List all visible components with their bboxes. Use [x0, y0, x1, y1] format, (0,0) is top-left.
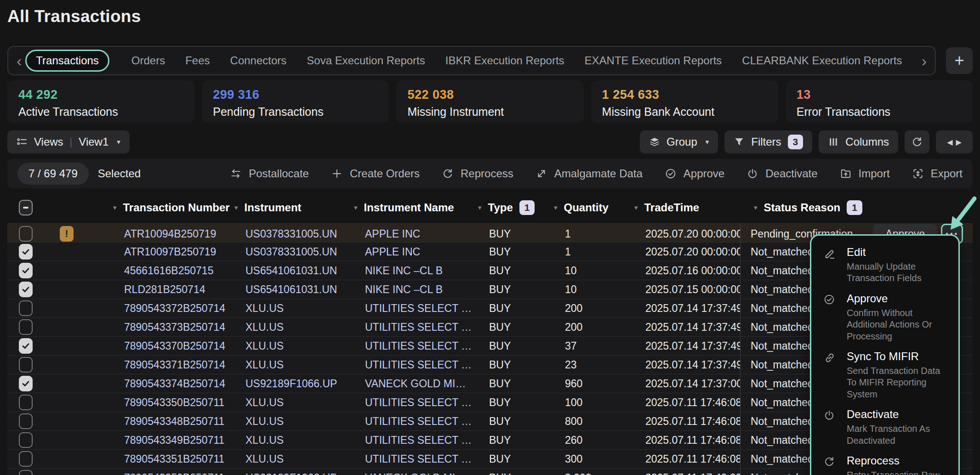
- cell-transaction-number[interactable]: RLD281B250714: [113, 283, 234, 296]
- cell-instrument[interactable]: XLU.US: [234, 396, 354, 409]
- stat-card-pending-transactions[interactable]: 299 316 Pending Transactions: [202, 80, 389, 123]
- cell-transaction-number[interactable]: 7890543348B250711: [113, 415, 234, 428]
- column-header-transaction-number[interactable]: ▾ Transaction Number: [113, 201, 234, 214]
- warning-icon[interactable]: !: [60, 226, 74, 242]
- stat-card-active-transactions[interactable]: 44 292 Active Transactions: [7, 80, 194, 123]
- row-checkbox[interactable]: [19, 395, 33, 410]
- cell-transaction-number[interactable]: 7890543374B250714: [113, 378, 234, 390]
- cell-instrument-name[interactable]: UTILITIES SELECT …: [354, 415, 478, 428]
- cell-instrument-name[interactable]: NIKE INC –CL B: [354, 265, 478, 277]
- cell-transaction-number[interactable]: 7890543373B250714: [113, 321, 234, 334]
- stat-card-error-transactions[interactable]: 13 Error Transactions: [786, 80, 973, 123]
- cell-instrument[interactable]: US0378331005.UN: [234, 228, 354, 240]
- cell-transaction-number[interactable]: 7890543372B250714: [113, 302, 234, 315]
- stat-card-missing-bank-account[interactable]: 1 254 633 Missing Bank Account: [591, 80, 778, 123]
- tab-exante-execution-reports[interactable]: EXANTE Execution Reports: [585, 54, 722, 67]
- column-menu-icon[interactable]: ▾: [354, 204, 358, 212]
- tab-ibkr-execution-reports[interactable]: IBKR Execution Reports: [445, 54, 564, 67]
- cell-instrument-name[interactable]: VANECK GOLD MI…: [354, 378, 478, 390]
- refresh-button[interactable]: [905, 130, 929, 153]
- row-checkbox[interactable]: [19, 357, 33, 373]
- cell-transaction-number[interactable]: ATR10094B250719: [113, 228, 234, 240]
- tabs-scroll-left-icon[interactable]: ‹: [13, 53, 25, 68]
- tab-clearbank-execution-reports[interactable]: CLEARBANK Execution Reports: [742, 54, 902, 67]
- columns-button[interactable]: Columns: [819, 130, 898, 153]
- import-action[interactable]: Import: [840, 167, 890, 180]
- cell-instrument[interactable]: US92189F1066.UP: [234, 472, 354, 475]
- column-menu-icon[interactable]: ▾: [754, 204, 758, 212]
- cell-instrument[interactable]: XLU.US: [234, 453, 354, 465]
- tab-transactions[interactable]: Transactions: [25, 50, 109, 72]
- group-button[interactable]: Group ▾: [640, 130, 718, 153]
- select-all-checkbox[interactable]: [19, 200, 33, 215]
- cell-instrument-name[interactable]: UTILITIES SELECT …: [354, 340, 478, 352]
- row-checkbox[interactable]: [19, 319, 33, 335]
- tabs-scroll-right-icon[interactable]: ›: [918, 53, 930, 68]
- menu-item-reprocess[interactable]: Reprocess Retry Transaction Raw Data Ext…: [823, 454, 946, 475]
- cell-instrument[interactable]: XLU.US: [234, 340, 354, 352]
- cell-instrument[interactable]: US6541061031.UN: [234, 265, 354, 277]
- create-orders-action[interactable]: Create Orders: [331, 167, 420, 180]
- cell-instrument-name[interactable]: UTILITIES SELECT …: [354, 321, 478, 334]
- cell-transaction-number[interactable]: 7890543370B250714: [113, 340, 234, 352]
- cell-instrument[interactable]: XLU.US: [234, 434, 354, 447]
- tab-orders[interactable]: Orders: [131, 54, 165, 67]
- deactivate-action[interactable]: Deactivate: [746, 167, 817, 180]
- row-checkbox[interactable]: [19, 338, 33, 354]
- cell-instrument[interactable]: XLU.US: [234, 359, 354, 371]
- cell-transaction-number[interactable]: 7890543351B250711: [113, 453, 234, 465]
- cell-transaction-number[interactable]: 7890543349B250711: [113, 434, 234, 447]
- row-checkbox[interactable]: [19, 451, 33, 467]
- row-checkbox[interactable]: [19, 432, 33, 448]
- row-checkbox[interactable]: [19, 300, 33, 316]
- tab-connectors[interactable]: Connectors: [230, 54, 287, 67]
- menu-item-sync-to-mifir[interactable]: Sync To MIFIR Send Transaction Data To M…: [823, 350, 946, 400]
- cell-instrument-name[interactable]: APPLE INC: [354, 246, 478, 258]
- stat-card-missing-instrument[interactable]: 522 038 Missing Instrument: [396, 80, 583, 123]
- cell-instrument-name[interactable]: UTILITIES SELECT …: [354, 434, 478, 447]
- row-checkbox[interactable]: [19, 244, 33, 260]
- cell-instrument[interactable]: XLU.US: [234, 302, 354, 315]
- amalgamate-data-action[interactable]: Amalgamate Data: [536, 167, 643, 180]
- reprocess-action[interactable]: Reprocess: [442, 167, 513, 180]
- menu-item-edit[interactable]: Edit Manually Update Transaction Fields: [823, 246, 946, 284]
- cell-instrument-name[interactable]: UTILITIES SELECT …: [354, 302, 478, 315]
- filters-button[interactable]: Filters 3: [724, 130, 812, 153]
- row-checkbox[interactable]: [19, 470, 33, 475]
- postallocate-action[interactable]: Postallocate: [230, 167, 309, 180]
- cell-instrument[interactable]: US6541061031.UN: [234, 283, 354, 296]
- column-menu-icon[interactable]: ▾: [113, 204, 117, 212]
- column-menu-icon[interactable]: ▾: [554, 204, 558, 212]
- cell-instrument-name[interactable]: UTILITIES SELECT …: [354, 453, 478, 465]
- column-header-type[interactable]: ▾ Type 1: [478, 200, 554, 215]
- cell-instrument[interactable]: XLU.US: [234, 415, 354, 428]
- column-header-tradetime[interactable]: ▾ TradeTime: [634, 201, 740, 214]
- cell-transaction-number[interactable]: 7890543371B250714: [113, 359, 234, 371]
- cell-instrument[interactable]: XLU.US: [234, 321, 354, 334]
- cell-instrument-name[interactable]: APPLE INC: [354, 228, 478, 240]
- tab-fees[interactable]: Fees: [185, 54, 210, 67]
- column-header-quantity[interactable]: ▾ Quantity: [554, 201, 634, 214]
- cell-transaction-number[interactable]: 45661616B250715: [113, 265, 234, 277]
- row-checkbox[interactable]: [19, 263, 33, 278]
- cell-transaction-number[interactable]: ATR10097B250719: [113, 246, 234, 258]
- column-header-status-reason[interactable]: ▾ Status Reason 1: [740, 200, 973, 215]
- column-menu-icon[interactable]: ▾: [234, 204, 238, 212]
- menu-item-approve[interactable]: Approve Confirm Without Additional Actio…: [823, 292, 946, 342]
- column-menu-icon[interactable]: ▾: [634, 204, 638, 212]
- approve-action[interactable]: Approve: [665, 167, 724, 180]
- column-header-instrument[interactable]: ▾ Instrument: [234, 201, 354, 214]
- cell-instrument-name[interactable]: NIKE INC –CL B: [354, 283, 478, 296]
- column-header-instrument-name[interactable]: ▾ Instrument Name: [354, 201, 478, 214]
- cell-instrument-name[interactable]: UTILITIES SELECT …: [354, 359, 478, 371]
- menu-item-deactivate[interactable]: Deactivate Mark Transaction As Deactivat…: [823, 408, 946, 447]
- row-checkbox[interactable]: [19, 376, 33, 391]
- collapse-panels-button[interactable]: ◀ ▶: [936, 130, 973, 153]
- row-checkbox[interactable]: [19, 226, 33, 242]
- cell-instrument[interactable]: US92189F1066.UP: [234, 378, 354, 390]
- row-checkbox[interactable]: [19, 282, 33, 297]
- cell-transaction-number[interactable]: 7890543350B250711: [113, 396, 234, 409]
- cell-instrument-name[interactable]: VANECK GOLD MI…: [354, 472, 478, 475]
- cell-transaction-number[interactable]: 7890543359B250711: [113, 472, 234, 475]
- add-tab-button[interactable]: +: [946, 47, 973, 74]
